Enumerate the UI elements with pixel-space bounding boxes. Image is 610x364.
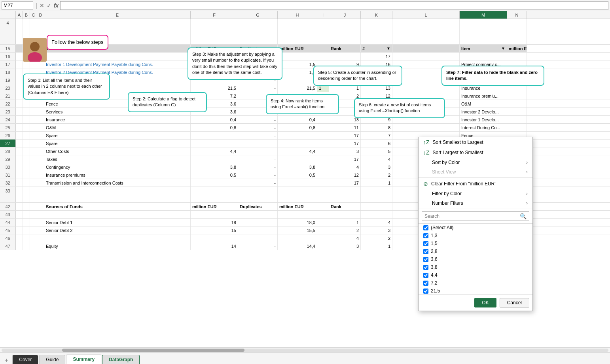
sheet-tab-cover[interactable]: Cover: [12, 355, 38, 364]
sheet-tab-summary[interactable]: Summary: [66, 355, 101, 364]
checkbox-28[interactable]: 2,8: [422, 247, 529, 255]
checkbox-select-all[interactable]: (Select All): [422, 224, 529, 232]
checkbox-38-label: 3,8: [431, 264, 438, 270]
sort-largest-label: Sort Largest to Smallest: [433, 150, 483, 155]
col-header-c[interactable]: C: [30, 11, 37, 19]
filter-ok-button[interactable]: OK: [474, 298, 496, 307]
filter-buttons: OK Cancel: [419, 294, 532, 311]
table-row: 15 Items million EUR Duplicates million …: [0, 45, 610, 53]
clear-filter[interactable]: ⊘ Clear Filter From "million EUR": [419, 179, 532, 189]
checkbox-13-label: 1,3: [431, 233, 438, 238]
checkbox-list: (Select All) 1,3 1,5 2,8 3,6 3,8: [419, 223, 532, 294]
summary-tab-label: Summary: [73, 356, 95, 362]
col-header-e[interactable]: E: [44, 11, 191, 19]
checkbox-28-input[interactable]: [423, 249, 428, 254]
select-all-label: (Select All): [431, 225, 453, 230]
checkbox-15[interactable]: 1,5: [422, 240, 529, 247]
checkbox-44[interactable]: 4,4: [422, 271, 529, 279]
table-row: 25 O&M 0,8 - 0,8 11 8 Interest During Co…: [0, 124, 610, 132]
filter-search-container: 🔍: [422, 211, 529, 221]
sort-smallest-largest[interactable]: ↑Z Sort Smallest to Largest: [419, 137, 532, 147]
checkbox-215-label: 21,5: [431, 288, 440, 294]
filter-cancel-button[interactable]: Cancel: [500, 298, 529, 307]
table-row: 4: [0, 19, 610, 45]
table-row: 23 Services 3,6 1 3,6 6 10 Investor 2 De…: [0, 108, 610, 116]
checkbox-72-input[interactable]: [423, 281, 428, 286]
col-header-n[interactable]: N: [507, 11, 527, 19]
sheet-view[interactable]: Sheet View ›: [419, 167, 532, 177]
checkbox-38-input[interactable]: [423, 265, 428, 270]
chevron-right-icon-2: ›: [526, 169, 528, 175]
svg-point-1: [30, 42, 40, 51]
col-header-l[interactable]: L: [392, 11, 460, 19]
checkbox-36[interactable]: 3,6: [422, 255, 529, 263]
divider-2: [419, 209, 532, 209]
table-row: 18 Investor 2 Development Payment Payabl…: [0, 68, 610, 76]
col-header-j[interactable]: J: [329, 11, 361, 19]
col-header-a[interactable]: A: [16, 11, 23, 19]
row-num-corner: [0, 11, 16, 19]
checkbox-44-label: 4,4: [431, 272, 438, 278]
guide-tab-label: Guide: [46, 357, 59, 362]
clear-filter-label: Clear Filter From "million EUR": [431, 181, 496, 187]
checkbox-13-input[interactable]: [423, 233, 428, 238]
sheet-tab-bar: + Cover Guide Summary DataGraph: [0, 352, 610, 364]
checkbox-36-input[interactable]: [423, 257, 428, 262]
confirm-icon[interactable]: ✓: [47, 2, 51, 9]
col-header-f[interactable]: F: [191, 11, 238, 19]
checkbox-13[interactable]: 1,3: [422, 232, 529, 240]
select-all-checkbox[interactable]: [423, 225, 428, 230]
scrollbar-track: [2, 349, 608, 352]
col-header-d[interactable]: D: [37, 11, 44, 19]
col-header-h[interactable]: H: [278, 11, 317, 19]
checkbox-72[interactable]: 7,2: [422, 279, 529, 287]
sort-largest-smallest[interactable]: ↓Z Sort Largest to Smallest: [419, 147, 532, 158]
sheet-tab-guide[interactable]: Guide: [39, 355, 65, 364]
table-row: 21 Earth works and foundations 7,2 - 7,2…: [0, 92, 610, 100]
sort-az-asc-icon: ↑Z: [423, 139, 430, 145]
cell-ref-input[interactable]: M27: [2, 1, 33, 10]
cover-tab-label: Cover: [19, 357, 32, 362]
number-filters[interactable]: Number Filters ›: [419, 198, 532, 208]
table-row: 16 17: [0, 53, 610, 60]
table-row: 20 Electrical equipment 21,5 - 21,5 1 1 …: [0, 84, 610, 92]
checkbox-215[interactable]: 21,5: [422, 287, 529, 294]
cancel-icon[interactable]: ✕: [40, 2, 44, 9]
chevron-right-icon-3: ›: [526, 191, 528, 196]
tab-add-icon[interactable]: +: [3, 357, 10, 364]
formula-icons: ✕ ✓ fx: [40, 2, 59, 9]
filter-dropdown: ↑Z Sort Smallest to Largest ↓Z Sort Larg…: [418, 137, 533, 311]
chevron-right-icon: ›: [526, 160, 528, 165]
col-header-i[interactable]: I: [317, 11, 329, 19]
filter-by-color[interactable]: Filter by Color ›: [419, 189, 532, 198]
avatar: [23, 38, 47, 62]
col-header-g[interactable]: G: [238, 11, 278, 19]
formula-sep: |: [36, 2, 37, 9]
checkbox-28-label: 2,8: [431, 249, 438, 254]
scrollbar-thumb[interactable]: [62, 349, 244, 352]
number-filters-label: Number Filters: [423, 200, 463, 206]
sheet-tab-datagraph[interactable]: DataGraph: [102, 355, 140, 364]
sort-smallest-label: Sort Smallest to Largest: [433, 140, 483, 145]
filter-search-input[interactable]: [424, 213, 520, 219]
horizontal-scrollbar[interactable]: [0, 347, 610, 352]
checkbox-44-input[interactable]: [423, 273, 428, 278]
checkbox-15-input[interactable]: [423, 241, 428, 246]
fx-icon[interactable]: fx: [54, 2, 59, 9]
sort-color-label: Sort by Color: [423, 160, 460, 165]
table-row: 22 Fence 3,6 - 3,6 7 11 O&M: [0, 100, 610, 108]
formula-input[interactable]: =XLOOKUP(K27; $J$17:$J$39;$F$17:$F$39): [60, 1, 608, 10]
filter-clear-icon: ⊘: [423, 181, 428, 187]
sort-az-desc-icon: ↓Z: [423, 149, 430, 156]
table-row: 24 Insurance 0,4 - 0,4 13 9 Investor 1 D…: [0, 116, 610, 124]
checkbox-38[interactable]: 3,8: [422, 263, 529, 271]
checkbox-36-label: 3,6: [431, 256, 438, 262]
sort-by-color[interactable]: Sort by Color ›: [419, 158, 532, 167]
col-header-m[interactable]: M: [460, 11, 507, 19]
checkbox-215-input[interactable]: [423, 289, 428, 294]
filter-color-label: Filter by Color: [423, 191, 462, 196]
checkbox-15-label: 1,5: [431, 241, 438, 246]
col-header-k[interactable]: K: [361, 11, 392, 19]
search-icon: 🔍: [520, 213, 527, 219]
col-header-b[interactable]: B: [23, 11, 30, 19]
